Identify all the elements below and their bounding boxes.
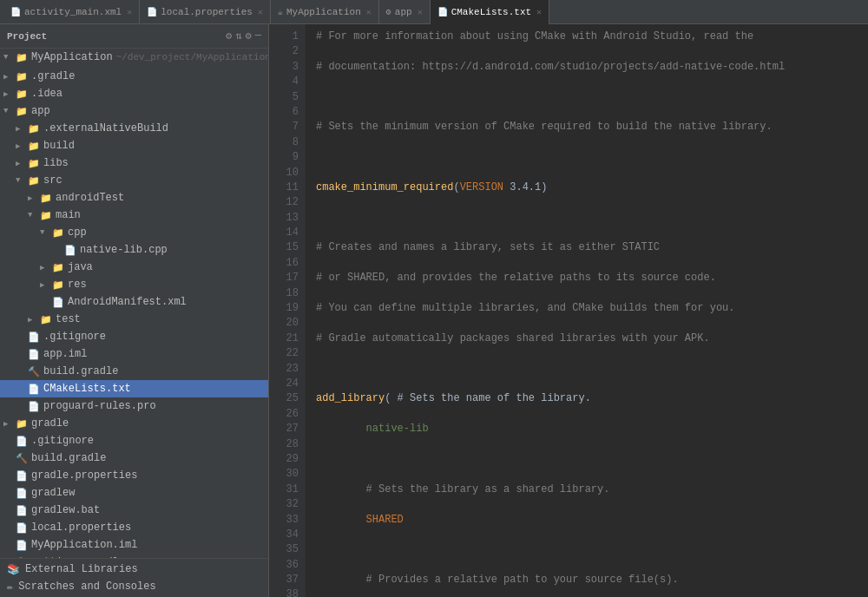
tree-item-androidmanifest[interactable]: 📄AndroidManifest.xml [0, 293, 268, 311]
line-num-16: 16 [276, 256, 299, 271]
line-num-12: 12 [276, 195, 299, 210]
arrow-icon: ▶ [16, 124, 28, 134]
line-num-25: 25 [276, 391, 299, 406]
tree-item-gradlew[interactable]: 📄gradlew [0, 484, 268, 502]
line-num-35: 35 [276, 542, 299, 557]
tree-item-androidTest[interactable]: ▶📁androidTest [0, 189, 268, 207]
code-line-6: cmake_minimum_required(VERSION 3.4.1) [316, 180, 858, 195]
tree-item-proguard[interactable]: 📄proguard-rules.pro [0, 397, 268, 415]
tab-myapplication[interactable]: ☕MyApplication✕ [271, 0, 379, 24]
tree-item-test[interactable]: ▶📁test [0, 311, 268, 328]
tab-label: app [395, 7, 412, 17]
tree-item-gradlew-bat[interactable]: 📄gradlew.bat [0, 502, 268, 519]
item-label-gradle-folder: gradle [31, 417, 69, 430]
tree-item-src[interactable]: ▼📁src [0, 172, 268, 189]
line-numbers: 1234567891011121314151617181920212223242… [269, 24, 306, 597]
line-num-24: 24 [276, 377, 299, 391]
close-icon[interactable]: ✕ [366, 7, 372, 17]
tab-app[interactable]: ⚙app✕ [379, 0, 431, 24]
tree-item-gradle-folder[interactable]: ▶📁gradle [0, 415, 268, 432]
tree-item-libs[interactable]: ▶📁libs [0, 154, 268, 172]
tree-item-cpp[interactable]: ▼📁cpp [0, 224, 268, 241]
tree-item-app[interactable]: ▼📁app [0, 102, 268, 120]
item-label-local-properties: local.properties [31, 522, 131, 534]
tree-item-native-lib-cpp[interactable]: 📄native-lib.cpp [0, 241, 268, 259]
tree-item-build-gradle-root[interactable]: 🔨build.gradle [0, 449, 268, 467]
tab-cmakelists[interactable]: 📄CMakeLists.txt✕ [431, 0, 549, 24]
tree-item-res[interactable]: ▶📁res [0, 276, 268, 293]
item-label-idea: .idea [31, 88, 62, 100]
tree-item-gradle-root[interactable]: ▶📁.gradle [0, 68, 268, 85]
item-label-gradle-properties: gradle.properties [31, 469, 137, 482]
tree-item-myapp-iml[interactable]: 📄MyApplication.iml [0, 536, 268, 554]
expand-icon[interactable]: ⚙ [246, 30, 252, 43]
item-label-res: res [68, 279, 87, 291]
tree-item-gitignore-app[interactable]: 📄.gitignore [0, 328, 268, 345]
file-icon-cpp: 📁 [52, 227, 64, 239]
tab-bar: 📄activity_main.xml✕📄local.properties✕☕My… [0, 0, 868, 24]
tree-item-gradle-properties[interactable]: 📄gradle.properties [0, 467, 268, 484]
sidebar-header: Project ⚙ ⇅ ⚙ — [0, 24, 268, 49]
code-line-10: # You can define multiple libraries, and… [316, 301, 858, 316]
line-num-9: 9 [276, 150, 299, 165]
sort-icon[interactable]: ⇅ [235, 30, 241, 43]
tree-item-app-iml[interactable]: 📄app.iml [0, 345, 268, 363]
root-arrow: ▼ [3, 53, 16, 62]
tree-item-idea[interactable]: ▶📁.idea [0, 85, 268, 102]
line-num-26: 26 [276, 407, 299, 422]
arrow-icon: ▼ [16, 176, 28, 185]
tab-local_properties[interactable]: 📄local.properties✕ [140, 0, 271, 24]
code-line-15 [316, 452, 858, 467]
tree-item-local-properties[interactable]: 📄local.properties [0, 519, 268, 536]
tree-item-external-native[interactable]: ▶📁.externalNativeBuild [0, 120, 268, 137]
project-root[interactable]: ▼ 📁 MyApplication ~/dev_project/MyApplic… [0, 49, 268, 66]
code-container[interactable]: 1234567891011121314151617181920212223242… [269, 24, 868, 597]
line-num-27: 27 [276, 422, 299, 436]
file-icon-src: 📁 [28, 175, 40, 187]
file-icon-gradle-properties: 📄 [16, 470, 28, 482]
item-label-test: test [56, 313, 81, 325]
sidebar-bottom-scratches[interactable]: ✏Scratches and Consoles [0, 578, 268, 595]
item-label-gitignore-app: .gitignore [43, 331, 106, 343]
arrow-icon: ▶ [3, 89, 16, 99]
item-label-external-native: .externalNativeBuild [43, 122, 168, 134]
code-line-4: # Sets the minimum version of CMake requ… [316, 120, 858, 134]
file-icon-cmakelists-file: 📄 [28, 384, 40, 395]
line-num-20: 20 [276, 316, 299, 331]
tree-item-cmakelists-file[interactable]: 📄CMakeLists.txt [0, 380, 268, 397]
tree-item-main[interactable]: ▼📁main [0, 207, 268, 224]
tab-activity_main[interactable]: 📄activity_main.xml✕ [3, 0, 140, 24]
tree-item-java[interactable]: ▶📁java [0, 259, 268, 276]
close-icon[interactable]: ✕ [536, 7, 542, 17]
line-num-15: 15 [276, 240, 299, 255]
sidebar-title: Project [7, 31, 47, 42]
line-num-11: 11 [276, 180, 299, 195]
file-icon-myapp-iml: 📄 [16, 540, 28, 551]
tree-item-build-gradle-app[interactable]: 🔨build.gradle [0, 363, 268, 380]
line-num-22: 22 [276, 346, 299, 361]
item-label-gradlew-bat: gradlew.bat [31, 504, 100, 516]
close-icon[interactable]: ✕ [258, 7, 263, 17]
code-content[interactable]: # For more information about using CMake… [306, 24, 868, 597]
bottom-icon-scratches: ✏ [7, 581, 13, 594]
arrow-icon: ▶ [28, 315, 40, 325]
item-label-cmakelists-file: CMakeLists.txt [43, 383, 131, 395]
item-label-native-lib-cpp: native-lib.cpp [80, 244, 168, 256]
code-line-16: # Sets the library as a shared library. [316, 482, 858, 497]
collapse-icon[interactable]: — [255, 30, 261, 43]
code-line-7 [316, 211, 858, 226]
file-icon-gitignore-app: 📄 [28, 331, 40, 343]
close-icon[interactable]: ✕ [127, 7, 132, 17]
sidebar-bottom-external-libraries[interactable]: 📚External Libraries [0, 561, 268, 578]
item-label-proguard: proguard-rules.pro [43, 400, 156, 412]
file-icon-gradle-folder: 📁 [16, 418, 28, 430]
file-icon-res: 📁 [52, 279, 64, 291]
arrow-icon: ▶ [3, 72, 16, 82]
close-icon[interactable]: ✕ [418, 7, 423, 17]
sidebar-tree: ▶📁.gradle▶📁.idea▼📁app▶📁.externalNativeBu… [0, 66, 268, 558]
tree-item-build[interactable]: ▶📁build [0, 137, 268, 154]
settings-icon[interactable]: ⚙ [226, 30, 232, 43]
code-line-8: # Creates and names a library, sets it a… [316, 240, 858, 255]
file-icon-androidmanifest: 📄 [52, 297, 64, 308]
tree-item-gitignore-root[interactable]: 📄.gitignore [0, 432, 268, 449]
